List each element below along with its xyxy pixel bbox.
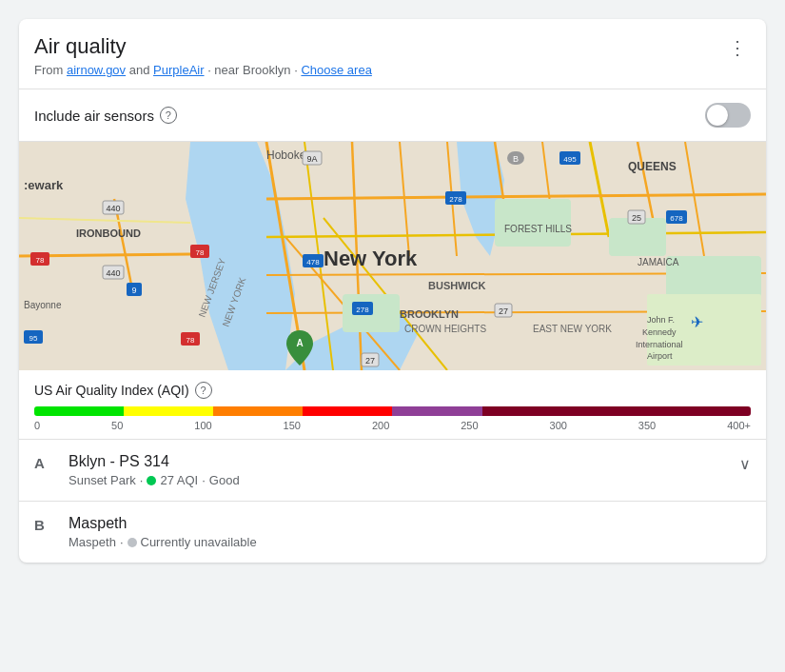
svg-text::ewark: :ewark [24, 178, 64, 192]
status-dot-a [147, 476, 156, 485]
svg-text:B: B [513, 154, 519, 164]
sensors-text: Include air sensors [34, 108, 154, 124]
svg-text:78: 78 [36, 256, 45, 265]
aqi-bar-container [34, 406, 751, 416]
station-name-a: Bklyn - PS 314 [69, 453, 724, 470]
header-text: Air quality From airnow.gov and PurpleAi… [34, 34, 372, 77]
station-marker-b: B [34, 517, 53, 533]
svg-text:BROOKLYN: BROOKLYN [400, 308, 459, 320]
aqi-label-250: 250 [461, 420, 478, 431]
page-title: Air quality [34, 34, 372, 59]
choose-area-link[interactable]: Choose area [301, 63, 371, 77]
svg-text:New York: New York [324, 247, 418, 270]
expand-icon-a[interactable]: ∨ [739, 455, 751, 473]
sensors-help-icon[interactable]: ? [160, 107, 177, 124]
svg-text:John F.: John F. [647, 315, 675, 325]
air-quality-card: Air quality From airnow.gov and PurpleAi… [19, 19, 766, 563]
map-container[interactable]: IRONBOUND Bayonne New York Hoboken BROOK… [19, 142, 766, 370]
status-a: Good [209, 473, 240, 487]
station-detail-b: Maspeth · Currently unavailable [69, 535, 751, 549]
station-area-b: Maspeth [69, 535, 116, 549]
aqi-value-a: 27 AQI [160, 473, 198, 487]
svg-text:FOREST HILLS: FOREST HILLS [504, 224, 572, 234]
sensors-label: Include air sensors ? [34, 107, 177, 124]
aqi-label-300: 300 [550, 420, 567, 431]
aqi-label-50: 50 [111, 420, 123, 431]
subtitle-prefix: From [34, 63, 67, 77]
aqi-label-350: 350 [638, 420, 656, 431]
station-item-b[interactable]: B Maspeth Maspeth · Currently unavailabl… [19, 502, 766, 563]
station-detail-a: Sunset Park · 27 AQI · Good [69, 473, 724, 487]
aqi-bar [34, 406, 751, 416]
aqi-title: US Air Quality Index (AQI) ? [34, 382, 751, 399]
toggle-knob [707, 105, 728, 126]
aqi-title-text: US Air Quality Index (AQI) [34, 383, 189, 398]
svg-text:JAMAICA: JAMAICA [638, 257, 679, 267]
svg-text:EAST NEW YORK: EAST NEW YORK [533, 324, 612, 334]
more-options-button[interactable]: ⋮ [724, 34, 751, 61]
svg-text:9: 9 [131, 286, 136, 295]
station-info-b: Maspeth Maspeth · Currently unavailable [69, 515, 751, 549]
svg-text:25: 25 [632, 213, 641, 223]
subtitle: From airnow.gov and PurpleAir · near Bro… [34, 63, 372, 77]
source1-link[interactable]: airnow.gov [67, 63, 126, 77]
aqi-labels: 0 50 100 150 200 250 300 350 400+ [34, 420, 751, 431]
svg-rect-23 [495, 199, 571, 247]
svg-text:678: 678 [670, 214, 683, 223]
source2-link[interactable]: PurpleAir [153, 63, 204, 77]
separator2-a: · [202, 473, 206, 487]
svg-text:QUEENS: QUEENS [628, 160, 677, 173]
svg-text:9A: 9A [306, 154, 317, 164]
aqi-help-icon[interactable]: ? [195, 382, 212, 399]
svg-text:Bayonne: Bayonne [24, 300, 62, 310]
separator-a: · [140, 473, 144, 487]
svg-text:IRONBOUND: IRONBOUND [76, 227, 141, 239]
sensors-toggle[interactable] [705, 103, 751, 128]
aqi-label-100: 100 [194, 420, 211, 431]
svg-text:440: 440 [106, 204, 120, 213]
aqi-section: US Air Quality Index (AQI) ? 0 50 100 15… [19, 370, 766, 440]
svg-text:495: 495 [563, 155, 577, 164]
svg-text:International: International [636, 340, 683, 349]
sensors-row: Include air sensors ? [19, 89, 766, 142]
svg-text:Airport: Airport [647, 351, 673, 361]
station-area-a: Sunset Park [69, 473, 136, 487]
status-b: Currently unavailable [141, 535, 257, 549]
svg-text:CROWN HEIGHTS: CROWN HEIGHTS [404, 324, 486, 334]
svg-text:✈: ✈ [691, 314, 703, 330]
header-top: Air quality From airnow.gov and PurpleAi… [34, 34, 751, 77]
header: Air quality From airnow.gov and PurpleAi… [19, 19, 766, 89]
svg-text:Kennedy: Kennedy [642, 327, 677, 337]
station-name-b: Maspeth [69, 515, 751, 532]
station-list: A Bklyn - PS 314 Sunset Park · 27 AQI · … [19, 440, 766, 563]
station-info-a: Bklyn - PS 314 Sunset Park · 27 AQI · Go… [69, 453, 724, 487]
station-item-a[interactable]: A Bklyn - PS 314 Sunset Park · 27 AQI · … [19, 440, 766, 502]
separator-b: · [120, 535, 124, 549]
status-dot-b [128, 538, 137, 547]
subtitle-location: · near Brooklyn · [207, 63, 301, 77]
svg-text:BUSHWICK: BUSHWICK [428, 280, 486, 291]
svg-text:78: 78 [186, 336, 195, 345]
svg-text:278: 278 [356, 306, 369, 314]
station-marker-a: A [34, 455, 53, 471]
aqi-label-400: 400+ [727, 420, 751, 431]
subtitle-and: and [129, 63, 153, 77]
aqi-label-150: 150 [284, 420, 301, 431]
svg-text:95: 95 [29, 334, 38, 343]
map: IRONBOUND Bayonne New York Hoboken BROOK… [19, 142, 766, 370]
svg-text:A: A [296, 338, 303, 348]
svg-text:78: 78 [196, 248, 205, 257]
svg-text:27: 27 [499, 306, 508, 316]
aqi-label-200: 200 [372, 420, 389, 431]
svg-text:478: 478 [306, 258, 320, 267]
svg-text:440: 440 [106, 268, 120, 278]
svg-text:278: 278 [449, 195, 462, 204]
aqi-label-0: 0 [34, 420, 40, 431]
svg-text:27: 27 [365, 356, 375, 366]
